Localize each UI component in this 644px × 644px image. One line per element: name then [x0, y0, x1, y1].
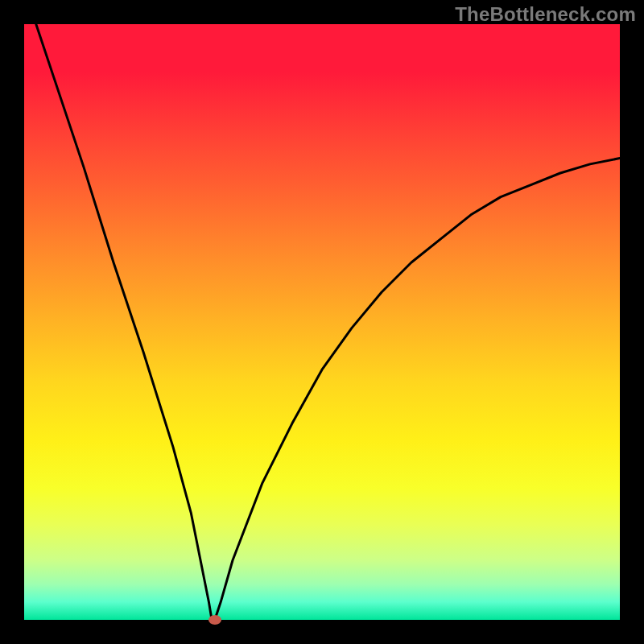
plot-area: [24, 24, 620, 620]
chart-container: TheBottleneck.com: [0, 0, 644, 644]
optimal-point-marker: [208, 615, 221, 625]
bottleneck-curve: [24, 24, 620, 620]
watermark-text: TheBottleneck.com: [455, 3, 636, 26]
